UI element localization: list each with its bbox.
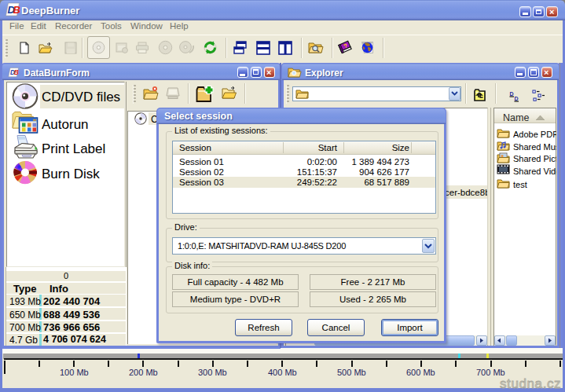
svg-text:B: B: [14, 69, 19, 76]
svg-text:B: B: [13, 4, 20, 16]
svg-text:D: D: [515, 96, 519, 101]
svg-text:D: D: [510, 91, 514, 97]
